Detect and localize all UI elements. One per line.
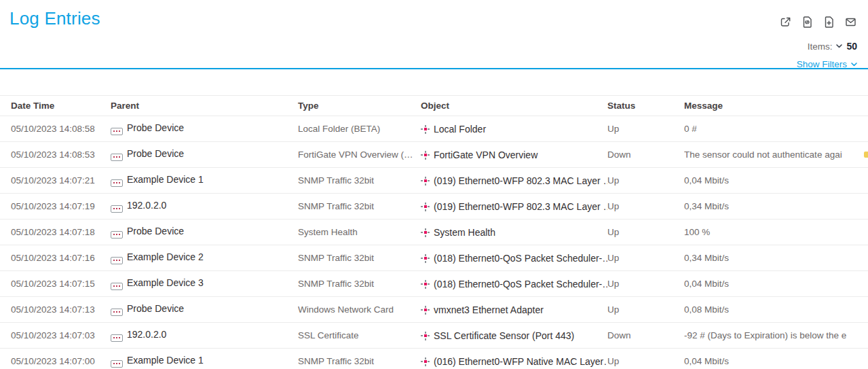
parent-device-link[interactable]: Example Device 1 — [111, 349, 298, 369]
object-sensor-link[interactable]: (018) Ethernet0-QoS Packet Scheduler-… — [421, 271, 607, 297]
page-header: Log Entries — [0, 0, 868, 69]
column-header-object[interactable]: Object — [421, 96, 607, 116]
message-value: 0,04 Mbit/s — [684, 349, 868, 369]
log-datetime: 05/10/2023 14:07:15 — [0, 271, 111, 297]
object-sensor-link[interactable]: (019) Ethernet0-WFP 802.3 MAC Layer … — [421, 194, 607, 219]
sensor-icon — [421, 280, 430, 289]
sensor-icon — [421, 228, 430, 237]
table-row[interactable]: 05/10/2023 14:07:00 Example Device 1 SNM… — [0, 349, 868, 369]
sensor-icon — [421, 125, 430, 134]
sensor-type: SNMP Traffic 32bit — [298, 194, 421, 219]
parent-device-link[interactable]: Probe Device — [111, 116, 298, 142]
message-value: 0,34 Mbit/s — [684, 245, 868, 271]
object-sensor-link[interactable]: (018) Ethernet0-QoS Packet Scheduler-… — [421, 245, 607, 271]
message-value: 100 % — [684, 219, 868, 245]
sensor-icon — [421, 203, 430, 211]
status-value: Up — [607, 297, 684, 323]
object-sensor-link[interactable]: Local Folder — [421, 116, 607, 142]
parent-device-link[interactable]: Example Device 2 — [111, 245, 298, 271]
log-datetime: 05/10/2023 14:07:03 — [0, 323, 111, 349]
items-label: Items: — [808, 41, 833, 52]
column-header-message[interactable]: Message — [684, 96, 868, 116]
message-value: 0,04 Mbit/s — [684, 271, 868, 297]
truncated-warning-icon — [864, 152, 868, 158]
sensor-icon — [421, 151, 430, 160]
device-icon — [111, 360, 123, 368]
table-row[interactable]: 05/10/2023 14:07:03 192.0.2.0 SSL Certif… — [0, 323, 868, 349]
table-row[interactable]: 05/10/2023 14:07:16 Example Device 2 SNM… — [0, 245, 868, 271]
object-sensor-link[interactable]: System Health — [421, 219, 607, 245]
parent-device-link[interactable]: Example Device 1 — [111, 168, 298, 194]
status-value: Up — [607, 349, 684, 369]
log-datetime: 05/10/2023 14:08:58 — [0, 116, 111, 142]
table-row[interactable]: 05/10/2023 14:08:53 Probe Device FortiGa… — [0, 142, 868, 168]
status-value: Down — [607, 142, 684, 168]
sensor-icon — [421, 332, 430, 340]
parent-device-link[interactable]: 192.0.2.0 — [111, 194, 298, 219]
header-toolbar — [779, 16, 857, 29]
parent-device-link[interactable]: Probe Device — [111, 142, 298, 168]
message-value: 0,34 Mbit/s — [684, 194, 868, 219]
table-row[interactable]: 05/10/2023 14:07:15 Example Device 3 SNM… — [0, 271, 868, 297]
message-value: -92 # (Days to Expiration) is below the … — [684, 323, 868, 349]
page-title: Log Entries — [10, 8, 100, 29]
object-sensor-link[interactable]: FortiGate VPN Overview — [421, 142, 607, 168]
parent-device-link[interactable]: Probe Device — [111, 219, 298, 245]
sensor-type: SNMP Traffic 32bit — [298, 271, 421, 297]
table-row[interactable]: 05/10/2023 14:07:19 192.0.2.0 SNMP Traff… — [0, 194, 868, 219]
parent-device-link[interactable]: Probe Device — [111, 297, 298, 323]
status-value: Up — [607, 116, 684, 142]
sensor-type: SNMP Traffic 32bit — [298, 168, 421, 194]
log-datetime: 05/10/2023 14:07:13 — [0, 297, 111, 323]
status-value: Up — [607, 168, 684, 194]
column-header-parent[interactable]: Parent — [111, 96, 298, 116]
parent-device-link[interactable]: Example Device 3 — [111, 271, 298, 297]
sensor-type: System Health — [298, 219, 421, 245]
object-sensor-link[interactable]: vmxnet3 Ethernet Adapter — [421, 297, 607, 323]
device-icon — [111, 334, 123, 342]
log-datetime: 05/10/2023 14:07:16 — [0, 245, 111, 271]
add-to-report-icon[interactable] — [823, 16, 835, 29]
table-row[interactable]: 05/10/2023 14:07:13 Probe Device Windows… — [0, 297, 868, 323]
column-header-date-time[interactable]: Date Time — [0, 96, 111, 116]
device-icon — [111, 154, 123, 161]
message-value: 0,04 Mbit/s — [684, 168, 868, 194]
status-value: Up — [607, 219, 684, 245]
email-icon[interactable] — [844, 16, 857, 29]
chevron-down-icon — [851, 63, 857, 67]
object-sensor-link[interactable]: (019) Ethernet0-WFP 802.3 MAC Layer … — [421, 168, 607, 194]
log-datetime: 05/10/2023 14:07:00 — [0, 349, 111, 369]
parent-device-link[interactable]: 192.0.2.0 — [111, 323, 298, 349]
items-per-page-control[interactable]: Items: 50 — [808, 41, 857, 52]
device-icon — [111, 205, 123, 213]
device-icon — [111, 257, 123, 264]
sensor-type: Windows Network Card — [298, 297, 421, 323]
log-datetime: 05/10/2023 14:07:18 — [0, 219, 111, 245]
log-datetime: 05/10/2023 14:08:53 — [0, 142, 111, 168]
status-value: Up — [607, 271, 684, 297]
log-entries-table: Date Time Parent Type Object Status Mess… — [0, 95, 868, 369]
sensor-icon — [421, 357, 430, 366]
status-value: Up — [607, 245, 684, 271]
show-filters-toggle[interactable]: Show Filters — [797, 59, 857, 69]
sensor-type: SNMP Traffic 32bit — [298, 349, 421, 369]
open-in-new-window-icon[interactable] — [779, 16, 792, 29]
device-icon — [111, 309, 123, 316]
export-xml-file-icon[interactable] — [801, 16, 814, 29]
sensor-icon — [421, 306, 430, 315]
object-sensor-link[interactable]: SSL Certificate Sensor (Port 443) — [421, 323, 607, 349]
message-value: 0 # — [684, 116, 868, 142]
status-value: Down — [607, 323, 684, 349]
table-row[interactable]: 05/10/2023 14:08:58 Probe Device Local F… — [0, 116, 868, 142]
sensor-type: Local Folder (BETA) — [298, 116, 421, 142]
column-header-type[interactable]: Type — [298, 96, 421, 116]
sensor-type: SSL Certificate — [298, 323, 421, 349]
table-row[interactable]: 05/10/2023 14:07:18 Probe Device System … — [0, 219, 868, 245]
items-count: 50 — [846, 41, 857, 52]
sensor-type: FortiGate VPN Overview (… — [298, 142, 421, 168]
object-sensor-link[interactable]: (016) Ethernet0-WFP Native MAC Layer… — [421, 349, 607, 369]
column-header-status[interactable]: Status — [607, 96, 684, 116]
sensor-icon — [421, 177, 430, 186]
table-row[interactable]: 05/10/2023 14:07:21 Example Device 1 SNM… — [0, 168, 868, 194]
sensor-icon — [421, 254, 430, 263]
